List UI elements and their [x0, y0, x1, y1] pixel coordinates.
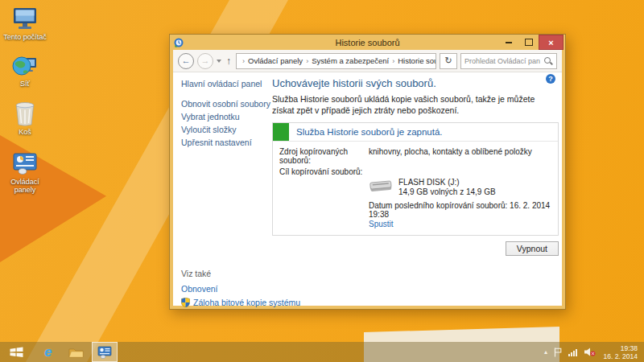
navigation-toolbar: ← → ↑ › Ovládací panely › Systém a zabe	[173, 50, 562, 72]
forward-button[interactable]: →	[197, 53, 213, 69]
sidebar-item-control-panel-home[interactable]: Hlavní ovládací panel	[181, 79, 271, 88]
run-now-link[interactable]: Spustit	[369, 220, 551, 228]
maximize-button[interactable]	[518, 35, 539, 50]
file-explorer-icon	[68, 347, 84, 358]
system-tray: ▴ 19:38 16. 2. 2014	[544, 344, 644, 360]
desktop-icon-control-panel[interactable]: Ovládací panely	[3, 150, 47, 194]
status-text: Služba Historie souborů je zapnutá.	[289, 127, 443, 137]
refresh-button[interactable]: ↻	[440, 53, 457, 69]
system-image-backup-link[interactable]: Záloha bitové kopie systému	[193, 298, 300, 307]
refresh-icon: ↻	[444, 56, 452, 66]
windows-logo-icon	[10, 347, 23, 357]
search-box	[460, 53, 557, 69]
sidebar: Hlavní ovládací panel Obnovit osobní sou…	[181, 79, 271, 150]
back-button[interactable]: ←	[178, 53, 194, 69]
breadcrumb-item-system-security[interactable]: Systém a zabezpečení	[312, 56, 389, 65]
flash-drive-icon	[369, 178, 393, 194]
file-history-status-box: Služba Historie souborů je zapnutá. Zdro…	[272, 122, 559, 236]
see-also-section: Viz také Obnovení	[181, 269, 300, 307]
uac-shield-icon	[181, 298, 190, 307]
recycle-bin-icon	[3, 100, 47, 126]
sidebar-item-exclude-folders[interactable]: Vyloučit složky	[181, 125, 271, 134]
breadcrumb-separator-icon: ›	[242, 57, 246, 65]
see-also-heading: Viz také	[181, 269, 300, 278]
last-backup-date: Datum posledního kopírování souborů: 16.…	[369, 201, 551, 219]
status-details: Zdroj kopírovaných souborů: knihovny, pl…	[273, 142, 558, 235]
back-icon: ←	[182, 56, 191, 65]
network-icon	[3, 51, 47, 78]
close-button[interactable]: ×	[539, 35, 564, 50]
page-description: Služba Historie souborů ukládá kopie vaš…	[272, 94, 559, 117]
sidebar-item-advanced-settings[interactable]: Upřesnit nastavení	[181, 138, 271, 147]
file-explorer-button[interactable]	[66, 343, 85, 361]
address-bar[interactable]: › Ovládací panely › Systém a zabezpečení…	[236, 53, 436, 69]
this-pc-icon	[3, 5, 47, 31]
breadcrumb-separator-icon: ›	[391, 57, 395, 65]
maximize-icon	[525, 39, 533, 46]
recent-pages-dropdown-icon[interactable]	[217, 60, 221, 63]
clock[interactable]: 19:38 16. 2. 2014	[602, 344, 638, 360]
desktop-icon-this-pc[interactable]: Tento počítač	[3, 5, 47, 41]
close-icon: ×	[548, 38, 553, 47]
network-status-icon[interactable]	[568, 348, 577, 356]
desktop-icon-label: Síť	[3, 80, 47, 88]
search-icon[interactable]	[543, 56, 553, 66]
internet-explorer-icon: e	[44, 344, 52, 360]
taskbar: e ▴	[0, 342, 644, 362]
target-drive: FLASH DISK (J:) 14,9 GB volných z 14,9 G…	[369, 178, 551, 197]
action-center-flag-icon[interactable]	[554, 348, 562, 357]
title-bar: Historie souborů ×	[170, 35, 565, 50]
desktop-icon-label: Ovládací panely	[3, 178, 47, 194]
window-icon	[174, 38, 184, 47]
page-title: Uchovávejte historii svých souborů.	[272, 77, 560, 89]
status-banner: Služba Historie souborů je zapnutá.	[273, 123, 558, 142]
file-history-window: Historie souborů × ← → ↑	[169, 34, 566, 310]
main-panel: Uchovávejte historii svých souborů. Služ…	[272, 76, 560, 256]
desktop-icon-label: Tento počítač	[3, 33, 47, 41]
copy-source-value: knihovny, plocha, kontakty a oblíbené po…	[369, 147, 532, 165]
sidebar-item-restore-files[interactable]: Obnovit osobní soubory	[181, 99, 271, 109]
start-button[interactable]	[6, 343, 26, 361]
desktop-icon-label: Koš	[3, 128, 47, 136]
copy-source-label: Zdroj kopírovaných souborů:	[279, 147, 369, 165]
up-button[interactable]: ↑	[225, 56, 233, 66]
volume-muted-icon[interactable]	[584, 348, 596, 356]
internet-explorer-button[interactable]: e	[39, 343, 58, 361]
show-hidden-icons-button[interactable]: ▴	[544, 348, 547, 356]
content-area: ? Hlavní ovládací panel Obnovit osobní s…	[173, 72, 562, 306]
copy-target-label: Cíl kopírování souborů:	[279, 167, 369, 176]
drive-name: FLASH DISK (J:)	[398, 178, 496, 187]
breadcrumb-separator-icon: ›	[305, 57, 309, 65]
turn-off-button[interactable]: Vypnout	[506, 241, 559, 256]
breadcrumb-item-file-history[interactable]: Historie souborů	[398, 56, 436, 65]
search-input[interactable]	[461, 57, 543, 65]
clock-time: 19:38	[602, 344, 638, 352]
minimize-button[interactable]	[498, 35, 518, 50]
control-panel-taskbar-button[interactable]	[92, 342, 118, 362]
forward-icon: →	[201, 56, 210, 65]
window-body: ← → ↑ › Ovládací panely › Systém a zabe	[173, 50, 562, 306]
status-on-indicator	[273, 123, 289, 141]
recovery-link[interactable]: Obnovení	[181, 284, 300, 294]
sidebar-item-select-drive[interactable]: Vybrat jednotku	[181, 112, 271, 121]
desktop-icon-recycle-bin[interactable]: Koš	[3, 100, 47, 136]
up-icon: ↑	[226, 56, 231, 67]
control-panel-icon	[3, 150, 47, 176]
clock-date: 16. 2. 2014	[602, 352, 638, 360]
minimize-icon	[506, 42, 512, 43]
control-panel-taskbar-icon	[97, 346, 112, 359]
desktop: Tento počítač Síť Koš	[0, 0, 644, 362]
breadcrumb-item-control-panel[interactable]: Ovládací panely	[248, 56, 303, 65]
desktop-icon-network[interactable]: Síť	[3, 51, 47, 88]
drive-free-space: 14,9 GB volných z 14,9 GB	[398, 187, 496, 197]
